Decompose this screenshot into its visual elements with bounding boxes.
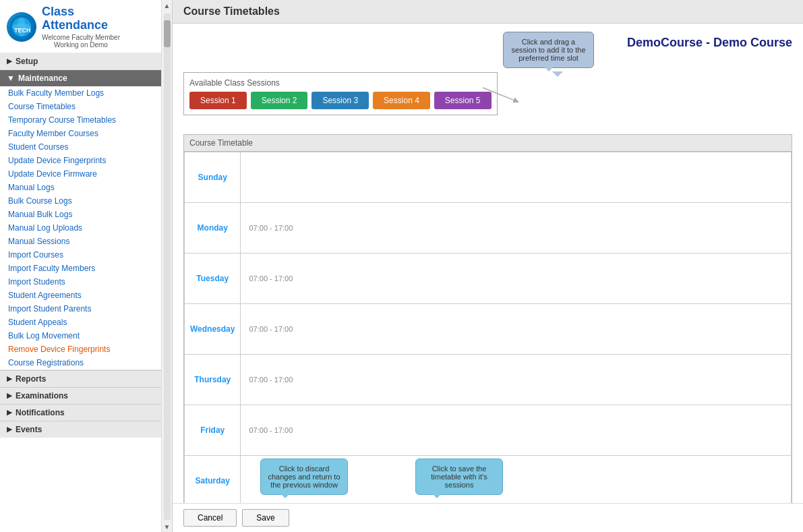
day-label-sunday: Sunday [185, 152, 241, 203]
setup-label: Setup [16, 57, 38, 66]
session-4-btn[interactable]: Session 4 [373, 92, 430, 109]
day-label-friday: Friday [185, 405, 241, 456]
notifications-header[interactable]: ▶ Notifications [0, 405, 161, 421]
time-cell-friday[interactable]: 07:00 - 17:00 [241, 405, 792, 456]
sidebar-item-import-courses[interactable]: Import Courses [0, 248, 161, 262]
bottom-bar: Click to discard changes and return to t… [173, 503, 803, 532]
svg-text:TECH: TECH [14, 27, 31, 34]
sidebar-item-manual-logs[interactable]: Manual Logs [0, 181, 161, 194]
sidebar-item-manual-sessions[interactable]: Manual Sessions [0, 235, 161, 248]
time-cell-tuesday[interactable]: 07:00 - 17:00 [241, 254, 792, 304]
setup-section-header[interactable]: ▶ Setup [0, 53, 161, 69]
app-subtitle: Welcome Faculty Member Working on Demo [42, 34, 120, 49]
day-label-wednesday: Wednesday [185, 304, 241, 355]
scroll-down-arrow[interactable]: ▼ [164, 523, 171, 532]
sessions-label: Available Class Sessions [189, 78, 492, 88]
session-2-btn[interactable]: Session 2 [251, 92, 308, 109]
drag-tooltip-arrow [476, 84, 523, 105]
day-label-tuesday: Tuesday [185, 254, 241, 304]
notifications-arrow-icon: ▶ [7, 409, 12, 416]
day-label-thursday: Thursday [185, 355, 241, 405]
timetable-table: Sunday Monday 07:00 - 17:00 Tuesday 07:0… [184, 152, 792, 503]
maintenance-label: Maintenance [18, 73, 67, 83]
events-label: Events [16, 425, 42, 434]
reports-section: ▶ Reports [0, 370, 161, 387]
app-title-line2: Attendance [42, 18, 108, 32]
page-title: Course Timetables [183, 5, 280, 17]
main-content: Course Timetables Click and drag a sessi… [173, 0, 803, 532]
save-tooltip-text: Click to save the timetable with it's se… [431, 465, 487, 489]
reports-header[interactable]: ▶ Reports [0, 371, 161, 387]
maintenance-section: ▼ Maintenance Bulk Faculty Member Logs C… [0, 70, 161, 370]
time-cell-sunday[interactable] [241, 152, 792, 203]
content-area: Click and drag a session to add it to th… [173, 24, 803, 503]
setup-section: ▶ Setup [0, 53, 161, 70]
table-row: Tuesday 07:00 - 17:00 [185, 254, 792, 304]
save-button[interactable]: Save [242, 509, 289, 527]
sessions-container: Available Class Sessions Session 1 Sessi… [183, 72, 498, 115]
app-title-line1: Class [42, 5, 74, 18]
examinations-arrow-icon: ▶ [7, 392, 12, 399]
timetable-header: Course Timetable [184, 135, 792, 152]
table-row: Thursday 07:00 - 17:00 [185, 355, 792, 405]
maintenance-arrow-icon: ▼ [7, 73, 15, 83]
notifications-label: Notifications [16, 408, 65, 417]
sidebar-item-temp-timetables[interactable]: Temporary Course Timetables [0, 113, 161, 127]
events-section: ▶ Events [0, 421, 161, 438]
scrollbar[interactable]: ▲ ▼ [162, 0, 173, 532]
day-label-saturday: Saturday [185, 456, 241, 504]
notifications-section: ▶ Notifications [0, 404, 161, 421]
sidebar-nav: ▶ Setup ▼ Maintenance Bulk Faculty Membe… [0, 53, 161, 532]
sidebar-item-student-appeals[interactable]: Student Appeals [0, 316, 161, 329]
save-tooltip: Click to save the timetable with it's se… [415, 459, 503, 495]
app-logo: TECH [7, 12, 36, 42]
cancel-tooltip: Click to discard changes and return to t… [260, 459, 348, 495]
sidebar: TECH Class Attendance Welcome Faculty Me… [0, 0, 162, 532]
sidebar-item-update-fingerprints[interactable]: Update Device Fingerprints [0, 154, 161, 167]
scroll-track[interactable] [164, 13, 171, 520]
sidebar-item-student-courses[interactable]: Student Courses [0, 140, 161, 154]
svg-line-5 [483, 88, 516, 101]
scroll-up-arrow[interactable]: ▲ [164, 1, 171, 11]
timetable-container: Course Timetable Sunday Monday 07:00 - 1… [183, 134, 792, 503]
drag-tooltip-text: Click and drag a session to add it to th… [511, 38, 585, 62]
examinations-label: Examinations [16, 391, 68, 401]
cancel-button[interactable]: Cancel [183, 509, 237, 527]
sidebar-item-update-firmware[interactable]: Update Device Firmware [0, 167, 161, 181]
sidebar-item-faculty-courses[interactable]: Faculty Member Courses [0, 127, 161, 140]
scroll-thumb[interactable] [164, 20, 171, 47]
sidebar-item-course-timetables[interactable]: Course Timetables [0, 100, 161, 113]
sidebar-item-bulk-log-movement[interactable]: Bulk Log Movement [0, 329, 161, 343]
table-row: Friday 07:00 - 17:00 [185, 405, 792, 456]
sidebar-item-manual-log-uploads[interactable]: Manual Log Uploads [0, 221, 161, 235]
drag-tooltip: Click and drag a session to add it to th… [503, 32, 594, 68]
sidebar-header: TECH Class Attendance Welcome Faculty Me… [0, 0, 161, 53]
events-header[interactable]: ▶ Events [0, 421, 161, 438]
reports-label: Reports [16, 374, 46, 384]
sidebar-item-bulk-faculty-logs[interactable]: Bulk Faculty Member Logs [0, 86, 161, 100]
app-title-area: Class Attendance Welcome Faculty Member … [42, 5, 120, 49]
sidebar-item-import-parents[interactable]: Import Student Parents [0, 302, 161, 316]
page-header: Course Timetables [173, 0, 803, 24]
sidebar-item-course-registrations[interactable]: Course Registrations [0, 356, 161, 370]
session-1-btn[interactable]: Session 1 [189, 92, 247, 109]
examinations-header[interactable]: ▶ Examinations [0, 388, 161, 404]
course-name: DemoCourse - Demo Course [627, 36, 792, 50]
maintenance-section-header[interactable]: ▼ Maintenance [0, 70, 161, 86]
time-cell-thursday[interactable]: 07:00 - 17:00 [241, 355, 792, 405]
sidebar-item-student-agreements[interactable]: Student Agreements [0, 289, 161, 302]
examinations-section: ▶ Examinations [0, 387, 161, 404]
sessions-row: Session 1 Session 2 Session 3 Session 4 … [189, 92, 492, 109]
sidebar-item-bulk-course-logs[interactable]: Bulk Course Logs [0, 194, 161, 208]
day-label-monday: Monday [185, 203, 241, 254]
sidebar-item-remove-fingerprints[interactable]: Remove Device Fingerprints [0, 343, 161, 356]
events-arrow-icon: ▶ [7, 425, 12, 433]
session-3-btn[interactable]: Session 3 [311, 92, 369, 109]
sidebar-item-manual-bulk-logs[interactable]: Manual Bulk Logs [0, 208, 161, 221]
sidebar-item-import-students[interactable]: Import Students [0, 275, 161, 289]
time-cell-wednesday[interactable]: 07:00 - 17:00 [241, 304, 792, 355]
maintenance-nav-items: Bulk Faculty Member Logs Course Timetabl… [0, 86, 161, 370]
table-row: Monday 07:00 - 17:00 [185, 203, 792, 254]
time-cell-monday[interactable]: 07:00 - 17:00 [241, 203, 792, 254]
sidebar-item-import-faculty[interactable]: Import Faculty Members [0, 262, 161, 275]
